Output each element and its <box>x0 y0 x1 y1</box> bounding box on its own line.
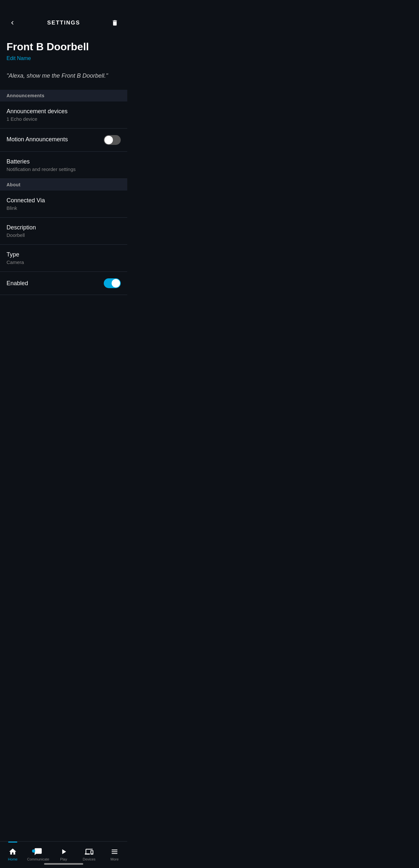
connected-via-value: Blink <box>6 205 121 211</box>
row-text: Batteries Notification and reorder setti… <box>6 158 121 172</box>
connected-via-row: Connected Via Blink <box>0 191 127 218</box>
row-text: Motion Announcements <box>6 136 104 144</box>
device-name-section: Front B Doorbell Edit Name <box>0 34 127 65</box>
alexa-hint: "Alexa, show me the Front B Doorbell." <box>0 65 127 90</box>
edit-name-link[interactable]: Edit Name <box>6 56 31 61</box>
batteries-subtitle: Notification and reorder settings <box>6 166 121 172</box>
row-text: Announcement devices 1 Echo device <box>6 108 121 122</box>
enabled-row[interactable]: Enabled <box>0 272 127 295</box>
announcement-devices-row[interactable]: Announcement devices 1 Echo device <box>0 101 127 129</box>
batteries-row[interactable]: Batteries Notification and reorder setti… <box>0 152 127 179</box>
description-value: Doorbell <box>6 232 121 238</box>
motion-announcements-title: Motion Announcements <box>6 136 104 143</box>
connected-via-title: Connected Via <box>6 197 121 204</box>
row-subtitle: 1 Echo device <box>6 116 121 122</box>
type-value: Camera <box>6 259 121 265</box>
type-title: Type <box>6 251 121 258</box>
back-button[interactable] <box>6 17 18 29</box>
batteries-title: Batteries <box>6 158 121 165</box>
header: SETTINGS <box>0 0 127 34</box>
type-row: Type Camera <box>0 245 127 272</box>
announcements-section-header: Announcements <box>0 90 127 101</box>
description-title: Description <box>6 224 121 231</box>
enabled-toggle[interactable] <box>104 278 121 288</box>
description-row: Description Doorbell <box>0 218 127 245</box>
motion-announcements-row[interactable]: Motion Announcements <box>0 129 127 152</box>
about-section-header: About <box>0 179 127 191</box>
toggle-knob <box>104 136 113 144</box>
row-title: Announcement devices <box>6 108 121 115</box>
delete-button[interactable] <box>109 17 121 29</box>
enabled-title: Enabled <box>6 280 28 287</box>
page-title: SETTINGS <box>47 20 80 26</box>
device-name: Front B Doorbell <box>6 40 121 53</box>
motion-announcements-toggle[interactable] <box>104 135 121 145</box>
toggle-knob <box>112 279 120 287</box>
